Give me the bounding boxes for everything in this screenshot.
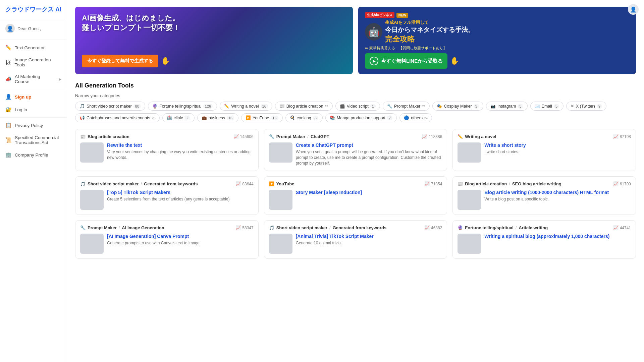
tool-name[interactable]: Create a ChatGPT prompt bbox=[296, 142, 442, 148]
tool-card-card-short-2[interactable]: 🎵 Short video script maker / Generated f… bbox=[264, 220, 447, 259]
tools-grid: 📰 Blog article creation 📈 145606 Rewrite… bbox=[75, 129, 636, 259]
cat-label: Writing a novel bbox=[231, 104, 259, 109]
trend-icon: 📈 bbox=[613, 134, 619, 139]
tool-name[interactable]: [Top 5] TikTok Script Makers bbox=[107, 190, 230, 195]
banner-left[interactable]: AI画像生成、はじめました。難しいプロンプト一切不要！ 今すぐ登録して無料で生成… bbox=[75, 7, 353, 74]
cat-btn-prompt-maker[interactable]: 🔧Prompt Maker21 bbox=[383, 102, 430, 111]
card-title: 🔧 Prompt Maker / ChatGPT bbox=[269, 134, 329, 139]
stats-count: 83644 bbox=[242, 182, 253, 186]
sidebar-item-company[interactable]: 🏢 Company Profile bbox=[0, 148, 67, 161]
nav-label-login: Log in bbox=[15, 107, 27, 112]
tool-card-card-blog-1[interactable]: 📰 Blog article creation 📈 145606 Rewrite… bbox=[75, 129, 259, 171]
stats-count: 87198 bbox=[620, 134, 631, 139]
tool-card-card-prompt-1[interactable]: 🔧 Prompt Maker / ChatGPT 📈 118386 Create… bbox=[264, 129, 447, 171]
tool-card-item[interactable]: Rewrite the text Vary your sentences by … bbox=[80, 142, 254, 163]
marketing-icon: 📣 bbox=[5, 76, 11, 82]
stats-count: 118386 bbox=[429, 134, 442, 139]
cat-btn-catchphrases[interactable]: 📢Catchphrases and advertisements22 bbox=[75, 113, 160, 122]
tool-name[interactable]: Story Maker [Sleep Induction] bbox=[296, 190, 362, 195]
tool-desc: Generate prompts to use with Canva's tex… bbox=[107, 240, 201, 246]
cat-btn-short-video[interactable]: 🎵Short video script maker80 bbox=[75, 102, 145, 111]
banner-right-avatar: 🤖 bbox=[365, 23, 382, 41]
cat-label: Prompt Maker bbox=[394, 104, 421, 109]
card-header: 🔧 Prompt Maker / ChatGPT 📈 118386 bbox=[269, 134, 442, 139]
cat-btn-fortune[interactable]: 🔮Fortune telling/spiritual126 bbox=[148, 102, 217, 111]
tool-desc: I write short stories. bbox=[484, 149, 526, 155]
tool-desc: Vary your sentences by changing the way … bbox=[107, 149, 254, 161]
top-avatar[interactable]: 👤 bbox=[628, 4, 639, 15]
tool-info: [Animal Trivia] TikTok Script Maker Gene… bbox=[296, 234, 374, 246]
card-stats: 📈 46882 bbox=[424, 225, 442, 230]
cat-label: X (Twitter) bbox=[576, 104, 595, 109]
tool-info: Create a ChatGPT prompt When you set a g… bbox=[296, 142, 442, 166]
banner-right-badge2: NEW bbox=[396, 13, 408, 18]
tool-card-item[interactable]: [Animal Trivia] TikTok Script Maker Gene… bbox=[269, 234, 442, 254]
tool-card-card-novel-1[interactable]: ✏️ Writing a novel 📈 87198 Write a short… bbox=[452, 129, 636, 171]
tool-card-item[interactable]: Blog article writing (1000-2000 characte… bbox=[458, 190, 631, 210]
tool-name[interactable]: [Animal Trivia] TikTok Script Maker bbox=[296, 234, 374, 239]
cat-btn-blog-article[interactable]: 📰Blog article creation24 bbox=[275, 102, 333, 111]
company-icon: 🏢 bbox=[5, 152, 11, 158]
category-name: Prompt Maker bbox=[88, 225, 117, 230]
sidebar-item-image-generation[interactable]: 🖼 Image Generation Tools bbox=[0, 54, 67, 71]
cat-btn-manga[interactable]: 📚Manga production support7 bbox=[325, 113, 397, 122]
cat-icon: 🔮 bbox=[152, 104, 158, 109]
card-stats: 📈 58347 bbox=[235, 225, 253, 230]
sidebar-item-privacy[interactable]: 📋 Privacy Policy bbox=[0, 119, 67, 132]
sidebar-item-ai-marketing[interactable]: 📣 AI Marketing Course ▶ bbox=[0, 71, 67, 87]
cat-btn-writing-novel[interactable]: ✏️Writing a novel16 bbox=[220, 102, 272, 111]
tool-info: Story Maker [Sleep Induction] bbox=[296, 190, 362, 196]
tool-card-item[interactable]: [AI Image Generation] Canva Prompt Gener… bbox=[80, 234, 254, 254]
tool-info: Rewrite the text Vary your sentences by … bbox=[107, 142, 254, 161]
banner-right-cta[interactable]: ▶ 今すぐ無料LINEから受取る bbox=[365, 53, 447, 69]
tool-name[interactable]: Writing a spiritual blog (approximately … bbox=[484, 234, 609, 239]
category-name: Blog article creation bbox=[88, 134, 129, 139]
cat-btn-youtube[interactable]: ▶️YouTube16 bbox=[241, 113, 282, 122]
tool-card-card-blog-2[interactable]: 📰 Blog article creation / SEO blog artic… bbox=[452, 176, 636, 215]
tool-card-card-fortune-1[interactable]: 🔮 Fortune telling/spiritual / Article wr… bbox=[452, 220, 636, 259]
sidebar-item-signup[interactable]: 👤 Sign up bbox=[0, 90, 67, 103]
card-stats: 📈 118386 bbox=[422, 134, 442, 139]
tool-info: [AI Image Generation] Canva Prompt Gener… bbox=[107, 234, 201, 246]
tool-card-item[interactable]: Story Maker [Sleep Induction] bbox=[269, 190, 442, 210]
cat-btn-video-script[interactable]: 🎬Video script1 bbox=[335, 102, 380, 111]
tool-card-card-prompt-2[interactable]: 🔧 Prompt Maker / AI Image Generation 📈 5… bbox=[75, 220, 259, 259]
card-title: 🔧 Prompt Maker / AI Image Generation bbox=[80, 225, 164, 230]
tool-card-item[interactable]: Create a ChatGPT prompt When you set a g… bbox=[269, 142, 442, 166]
nav-label-signup: Sign up bbox=[15, 95, 32, 100]
tool-card-card-short-1[interactable]: 🎵 Short video script maker / Generated f… bbox=[75, 176, 259, 215]
cat-btn-twitter[interactable]: ✕X (Twitter)9 bbox=[566, 102, 606, 111]
sub-category: AI Image Generation bbox=[122, 225, 164, 230]
tool-card-item[interactable]: Writing a spiritual blog (approximately … bbox=[458, 234, 631, 254]
tool-desc: Create 5 selections from the text of art… bbox=[107, 196, 230, 202]
cat-label: cooking bbox=[297, 116, 311, 120]
card-stats: 📈 145606 bbox=[233, 134, 254, 139]
cat-icon: 🍳 bbox=[290, 115, 295, 120]
tool-card-item[interactable]: Write a short story I write short storie… bbox=[458, 142, 631, 163]
nav-label-image-generation: Image Generation Tools bbox=[15, 57, 61, 67]
cat-btn-email[interactable]: ✉️Email5 bbox=[530, 102, 564, 111]
tool-name[interactable]: Write a short story bbox=[484, 142, 526, 148]
cat-btn-business[interactable]: 💼business16 bbox=[197, 113, 239, 122]
tool-thumbnail bbox=[80, 190, 104, 210]
sidebar-item-text-generator[interactable]: ✏️ Text Generator bbox=[0, 41, 67, 54]
cat-btn-instagram[interactable]: 📷Instagram3 bbox=[486, 102, 528, 111]
cat-btn-others[interactable]: 🔵others24 bbox=[399, 113, 432, 122]
category-name: YouTube bbox=[276, 181, 294, 186]
cat-label: Video script bbox=[347, 104, 369, 109]
sidebar-item-login[interactable]: 🔐 Log in bbox=[0, 103, 67, 116]
card-title: 📰 Blog article creation / SEO blog artic… bbox=[458, 181, 561, 186]
tool-card-card-youtube-1[interactable]: ▶️ YouTube 📈 71854 Story Maker [Sleep In… bbox=[264, 176, 447, 215]
tool-name[interactable]: [AI Image Generation] Canva Prompt bbox=[107, 234, 201, 239]
tool-name[interactable]: Rewrite the text bbox=[107, 142, 254, 148]
tool-name[interactable]: Blog article writing (1000-2000 characte… bbox=[484, 190, 609, 195]
sidebar-item-commercial[interactable]: 📜 Specified Commercial Transactions Act bbox=[0, 132, 67, 148]
cat-btn-clinic[interactable]: 🏥clinic2 bbox=[162, 113, 195, 122]
cat-label: others bbox=[411, 116, 423, 120]
tool-card-item[interactable]: [Top 5] TikTok Script Makers Create 5 se… bbox=[80, 190, 254, 210]
cat-btn-cooking[interactable]: 🍳cooking3 bbox=[285, 113, 323, 122]
banner-right[interactable]: 生成AI×ビジネス NEW 🤖 生成AIをフル活用して 今日からマネタイズする手… bbox=[358, 7, 636, 74]
separator: / bbox=[141, 181, 142, 186]
cat-btn-cosplay-maker[interactable]: 🎭Cosplay Maker3 bbox=[432, 102, 483, 111]
cat-icon: 📢 bbox=[79, 115, 85, 120]
